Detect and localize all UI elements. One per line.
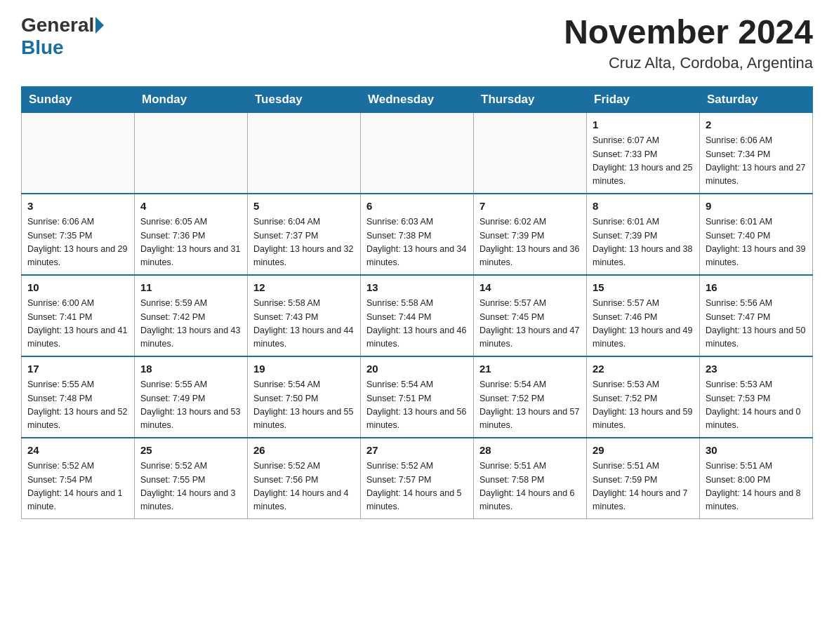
- day-info: Sunrise: 5:59 AMSunset: 7:42 PMDaylight:…: [140, 297, 241, 351]
- day-info: Sunrise: 5:53 AMSunset: 7:53 PMDaylight:…: [706, 378, 807, 433]
- day-number: 10: [27, 280, 128, 296]
- location-text: Cruz Alta, Cordoba, Argentina: [564, 54, 813, 72]
- day-info: Sunrise: 5:52 AMSunset: 7:55 PMDaylight:…: [140, 459, 241, 514]
- day-info: Sunrise: 6:06 AMSunset: 7:35 PMDaylight:…: [27, 215, 128, 270]
- day-info: Sunrise: 5:54 AMSunset: 7:50 PMDaylight:…: [253, 378, 355, 433]
- day-info: Sunrise: 5:56 AMSunset: 7:47 PMDaylight:…: [706, 297, 807, 351]
- calendar-cell: 21Sunrise: 5:54 AMSunset: 7:52 PMDayligh…: [474, 356, 587, 438]
- day-number: 16: [706, 280, 807, 296]
- day-number: 12: [253, 280, 355, 296]
- day-info: Sunrise: 6:01 AMSunset: 7:39 PMDaylight:…: [593, 215, 694, 270]
- day-number: 2: [706, 117, 807, 133]
- day-number: 13: [366, 280, 468, 296]
- weekday-header-tuesday: Tuesday: [248, 86, 361, 112]
- calendar-cell: 7Sunrise: 6:02 AMSunset: 7:39 PMDaylight…: [474, 194, 587, 275]
- day-info: Sunrise: 6:07 AMSunset: 7:33 PMDaylight:…: [593, 134, 694, 189]
- day-info: Sunrise: 6:03 AMSunset: 7:38 PMDaylight:…: [366, 215, 468, 270]
- weekday-header-wednesday: Wednesday: [361, 86, 474, 112]
- day-number: 3: [27, 199, 128, 215]
- day-info: Sunrise: 5:51 AMSunset: 8:00 PMDaylight:…: [706, 459, 807, 514]
- logo-blue-text: Blue: [21, 36, 64, 59]
- calendar-cell: 12Sunrise: 5:58 AMSunset: 7:43 PMDayligh…: [248, 275, 361, 356]
- calendar-cell: 18Sunrise: 5:55 AMSunset: 7:49 PMDayligh…: [135, 356, 248, 438]
- calendar-cell: 9Sunrise: 6:01 AMSunset: 7:40 PMDaylight…: [700, 194, 813, 275]
- day-info: Sunrise: 5:51 AMSunset: 7:59 PMDaylight:…: [593, 459, 694, 514]
- calendar-week-1: 1Sunrise: 6:07 AMSunset: 7:33 PMDaylight…: [22, 112, 813, 194]
- calendar-cell: 8Sunrise: 6:01 AMSunset: 7:39 PMDaylight…: [587, 194, 700, 275]
- day-number: 19: [253, 361, 355, 377]
- calendar-week-4: 17Sunrise: 5:55 AMSunset: 7:48 PMDayligh…: [22, 356, 813, 438]
- calendar-cell: 27Sunrise: 5:52 AMSunset: 7:57 PMDayligh…: [361, 438, 474, 519]
- day-number: 17: [27, 361, 128, 377]
- logo-general-text: General: [21, 14, 94, 36]
- calendar-cell: 2Sunrise: 6:06 AMSunset: 7:34 PMDaylight…: [700, 112, 813, 194]
- logo: General Blue: [21, 14, 105, 59]
- calendar-cell: 24Sunrise: 5:52 AMSunset: 7:54 PMDayligh…: [22, 438, 135, 519]
- day-number: 5: [253, 199, 355, 215]
- calendar-cell: 26Sunrise: 5:52 AMSunset: 7:56 PMDayligh…: [248, 438, 361, 519]
- calendar-cell: [22, 112, 135, 194]
- day-number: 26: [253, 443, 355, 459]
- day-number: 25: [140, 443, 241, 459]
- day-number: 24: [27, 443, 128, 459]
- day-info: Sunrise: 5:51 AMSunset: 7:58 PMDaylight:…: [479, 459, 581, 514]
- day-info: Sunrise: 5:58 AMSunset: 7:43 PMDaylight:…: [253, 297, 355, 351]
- month-title: November 2024: [564, 14, 813, 51]
- calendar-cell: [474, 112, 587, 194]
- calendar-cell: [248, 112, 361, 194]
- calendar-week-2: 3Sunrise: 6:06 AMSunset: 7:35 PMDaylight…: [22, 194, 813, 275]
- calendar-cell: 6Sunrise: 6:03 AMSunset: 7:38 PMDaylight…: [361, 194, 474, 275]
- weekday-header-thursday: Thursday: [474, 86, 587, 112]
- calendar-cell: 4Sunrise: 6:05 AMSunset: 7:36 PMDaylight…: [135, 194, 248, 275]
- calendar-cell: 25Sunrise: 5:52 AMSunset: 7:55 PMDayligh…: [135, 438, 248, 519]
- day-number: 18: [140, 361, 241, 377]
- day-info: Sunrise: 5:54 AMSunset: 7:51 PMDaylight:…: [366, 378, 468, 433]
- calendar-cell: 16Sunrise: 5:56 AMSunset: 7:47 PMDayligh…: [700, 275, 813, 356]
- day-number: 22: [593, 361, 694, 377]
- day-number: 28: [479, 443, 581, 459]
- day-number: 30: [706, 443, 807, 459]
- day-number: 6: [366, 199, 468, 215]
- logo-arrow-icon: [95, 17, 104, 34]
- calendar-cell: 11Sunrise: 5:59 AMSunset: 7:42 PMDayligh…: [135, 275, 248, 356]
- day-number: 9: [706, 199, 807, 215]
- day-info: Sunrise: 6:05 AMSunset: 7:36 PMDaylight:…: [140, 215, 241, 270]
- day-number: 1: [593, 117, 694, 133]
- calendar-cell: [361, 112, 474, 194]
- calendar-cell: 3Sunrise: 6:06 AMSunset: 7:35 PMDaylight…: [22, 194, 135, 275]
- calendar-table: SundayMondayTuesdayWednesdayThursdayFrid…: [21, 86, 813, 519]
- calendar-cell: 14Sunrise: 5:57 AMSunset: 7:45 PMDayligh…: [474, 275, 587, 356]
- day-info: Sunrise: 5:52 AMSunset: 7:57 PMDaylight:…: [366, 459, 468, 514]
- day-info: Sunrise: 6:00 AMSunset: 7:41 PMDaylight:…: [27, 297, 128, 351]
- calendar-cell: 29Sunrise: 5:51 AMSunset: 7:59 PMDayligh…: [587, 438, 700, 519]
- day-info: Sunrise: 6:02 AMSunset: 7:39 PMDaylight:…: [479, 215, 581, 270]
- weekday-header-saturday: Saturday: [700, 86, 813, 112]
- day-number: 4: [140, 199, 241, 215]
- calendar-cell: 13Sunrise: 5:58 AMSunset: 7:44 PMDayligh…: [361, 275, 474, 356]
- day-number: 23: [706, 361, 807, 377]
- day-info: Sunrise: 5:54 AMSunset: 7:52 PMDaylight:…: [479, 378, 581, 433]
- weekday-header-sunday: Sunday: [22, 86, 135, 112]
- weekday-header-row: SundayMondayTuesdayWednesdayThursdayFrid…: [22, 86, 813, 112]
- day-info: Sunrise: 6:04 AMSunset: 7:37 PMDaylight:…: [253, 215, 355, 270]
- day-info: Sunrise: 5:58 AMSunset: 7:44 PMDaylight:…: [366, 297, 468, 351]
- calendar-cell: 1Sunrise: 6:07 AMSunset: 7:33 PMDaylight…: [587, 112, 700, 194]
- calendar-cell: 17Sunrise: 5:55 AMSunset: 7:48 PMDayligh…: [22, 356, 135, 438]
- calendar-cell: 28Sunrise: 5:51 AMSunset: 7:58 PMDayligh…: [474, 438, 587, 519]
- weekday-header-friday: Friday: [587, 86, 700, 112]
- day-number: 11: [140, 280, 241, 296]
- calendar-cell: 22Sunrise: 5:53 AMSunset: 7:52 PMDayligh…: [587, 356, 700, 438]
- day-number: 29: [593, 443, 694, 459]
- day-info: Sunrise: 5:53 AMSunset: 7:52 PMDaylight:…: [593, 378, 694, 433]
- day-info: Sunrise: 5:55 AMSunset: 7:48 PMDaylight:…: [27, 378, 128, 433]
- calendar-cell: 20Sunrise: 5:54 AMSunset: 7:51 PMDayligh…: [361, 356, 474, 438]
- calendar-cell: 19Sunrise: 5:54 AMSunset: 7:50 PMDayligh…: [248, 356, 361, 438]
- day-info: Sunrise: 5:52 AMSunset: 7:54 PMDaylight:…: [27, 459, 128, 514]
- day-number: 21: [479, 361, 581, 377]
- day-number: 15: [593, 280, 694, 296]
- day-info: Sunrise: 6:06 AMSunset: 7:34 PMDaylight:…: [706, 134, 807, 189]
- day-info: Sunrise: 5:57 AMSunset: 7:46 PMDaylight:…: [593, 297, 694, 351]
- day-info: Sunrise: 5:52 AMSunset: 7:56 PMDaylight:…: [253, 459, 355, 514]
- day-info: Sunrise: 5:55 AMSunset: 7:49 PMDaylight:…: [140, 378, 241, 433]
- calendar-cell: 23Sunrise: 5:53 AMSunset: 7:53 PMDayligh…: [700, 356, 813, 438]
